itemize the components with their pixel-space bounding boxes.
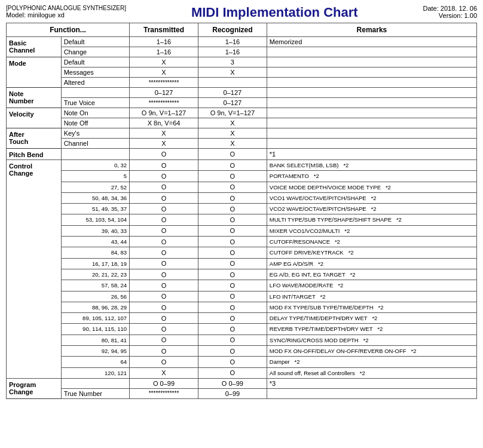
cc-desc-7: CUTOFF/RESONANCE *2: [267, 237, 476, 247]
basic-channel-change-tx: 1–16: [130, 47, 198, 57]
mode-default-tx: X: [130, 57, 198, 67]
cc-desc-4: VCO2 WAVE/OCTAVE/PITCH/SHAPE *2: [267, 204, 476, 214]
cc-desc-17: MOD FX ON-OFF/DELAY ON-OFF/REVERB ON-OFF…: [267, 346, 476, 357]
cc-tx-7: O: [130, 237, 198, 247]
cc-rx-16: O: [198, 335, 267, 345]
cc-desc-15: REVERB TYPE/TIME/DEPTH/DRY WET *2: [267, 324, 476, 335]
velocity-note-off-remarks: [267, 118, 476, 128]
cc-rx-5: O: [198, 214, 267, 225]
velocity-note-on-tx: O 9n, V=1–127: [130, 108, 198, 118]
after-touch-channel-rx: X: [198, 139, 267, 149]
mode-messages-remarks: [267, 67, 476, 78]
table-row: 5 O O PORTAMENTO *2: [7, 171, 477, 182]
table-row: 39, 40, 33 O O MIXER VCO1/VCO2/MULTI *2: [7, 225, 477, 236]
cc-desc-12: LFO INT/TARGET *2: [267, 291, 476, 302]
after-touch-keys: Key's: [61, 128, 129, 139]
cc-tx-18: O: [130, 357, 198, 367]
basic-channel-default-rx: 1–16: [198, 37, 267, 47]
table-row: 20, 21, 22, 23 O O EG A/D, EG INT, EG TA…: [7, 269, 477, 280]
cc-tx-12: O: [130, 291, 198, 302]
cc-num-3: 50, 48, 34, 36: [61, 192, 129, 203]
cc-num-5: 53, 103, 54, 104: [61, 214, 129, 225]
cc-desc-3: VCO1 WAVE/OCTAVE/PITCH/SHAPE *2: [267, 192, 476, 203]
mode-altered-remarks: [267, 78, 476, 88]
cc-num-4: 51, 49, 35, 37: [61, 204, 129, 214]
mode-default-rx: 3: [198, 57, 267, 67]
cc-tx-8: O: [130, 247, 198, 258]
table-row: Change 1–16 1–16: [7, 47, 477, 57]
cc-desc-19: All sound off, Reset all Controllers *2: [267, 367, 476, 378]
velocity-note-off-rx: X: [198, 118, 267, 128]
cc-num-0: 0, 32: [61, 160, 129, 171]
cc-desc-11: LFO WAVE/MODE/RATE *2: [267, 280, 476, 291]
program-change-true-tx: *************: [130, 388, 198, 398]
note-number-tx: 0–127: [130, 88, 198, 98]
version-label: Version: 1.00: [423, 12, 477, 19]
velocity-note-off-tx: X 8n, V=64: [130, 118, 198, 128]
cc-desc-18: Damper *2: [267, 357, 476, 367]
cc-num-2: 27, 52: [61, 182, 129, 192]
cc-desc-10: EG A/D, EG INT, EG TARGET *2: [267, 269, 476, 280]
cc-tx-17: O: [130, 346, 198, 357]
cc-rx-15: O: [198, 324, 267, 335]
page-title: MIDI Implementation Chart: [126, 5, 423, 20]
table-row: NoteNumber 0–127 0–127: [7, 88, 477, 98]
header-left: [POLYPHONIC ANALOGUE SYNTHESIZER] Model:…: [6, 5, 126, 19]
cc-desc-9: AMP EG A/D/S/R *2: [267, 258, 476, 269]
cc-num-18: 64: [61, 357, 129, 367]
after-touch-label: AfterTouch: [7, 128, 62, 149]
velocity-note-on-rx: O 9n, V=1–127: [198, 108, 267, 118]
program-change-label: ProgramChange: [7, 378, 62, 398]
cc-rx-8: O: [198, 247, 267, 258]
after-touch-keys-remarks: [267, 128, 476, 139]
mode-altered: Altered: [61, 78, 129, 88]
mode-altered-tx: *************: [130, 78, 198, 88]
mode-altered-rx: [198, 78, 267, 88]
table-row: 90, 114, 115, 110 O O REVERB TYPE/TIME/D…: [7, 324, 477, 335]
cc-rx-7: O: [198, 237, 267, 247]
cc-desc-0: BANK SELECT(MSB, LSB) *2: [267, 160, 476, 171]
basic-channel-change-rx: 1–16: [198, 47, 267, 57]
table-row: 57, 58, 24 O O LFO WAVE/MODE/RATE *2: [7, 280, 477, 291]
model-label: Model: minilogue xd: [6, 11, 126, 19]
cc-tx-16: O: [130, 335, 198, 345]
basic-channel-change-remarks: [267, 47, 476, 57]
table-row: 92, 94, 95 O O MOD FX ON-OFF/DELAY ON-OF…: [7, 346, 477, 357]
col-header-function: Function...: [7, 23, 130, 37]
mode-label: Mode: [7, 57, 62, 88]
velocity-note-on-remarks: [267, 108, 476, 118]
cc-desc-14: DELAY TYPE/TIME/DEPTH/DRY WET *2: [267, 313, 476, 324]
cc-rx-6: O: [198, 225, 267, 236]
after-touch-keys-rx: X: [198, 128, 267, 139]
table-row: 120, 121 X O All sound off, Reset all Co…: [7, 367, 477, 378]
program-change-true-remarks: [267, 388, 476, 398]
after-touch-keys-tx: X: [130, 128, 198, 139]
mode-messages-rx: X: [198, 67, 267, 78]
note-number-remarks: [267, 88, 476, 98]
table-row: ProgramChange O 0–99 O 0–99 *3: [7, 378, 477, 388]
cc-desc-2: VOICE MODE DEPTH/VOICE MODE TYPE *2: [267, 182, 476, 192]
table-row: True Number ************* 0–99: [7, 388, 477, 398]
cc-rx-19: O: [198, 367, 267, 378]
cc-rx-0: O: [198, 160, 267, 171]
pitch-bend-sub: [61, 149, 129, 160]
cc-rx-14: O: [198, 313, 267, 324]
cc-tx-1: O: [130, 171, 198, 182]
cc-rx-1: O: [198, 171, 267, 182]
cc-num-7: 43, 44: [61, 237, 129, 247]
table-row: AfterTouch Key's X X: [7, 128, 477, 139]
table-row: Messages X X: [7, 67, 477, 78]
mode-messages-tx: X: [130, 67, 198, 78]
program-change-remarks: *3: [267, 378, 476, 388]
page-header: [POLYPHONIC ANALOGUE SYNTHESIZER] Model:…: [6, 5, 477, 20]
control-change-label: ControlChange: [7, 160, 62, 379]
cc-rx-11: O: [198, 280, 267, 291]
cc-tx-3: O: [130, 192, 198, 203]
table-row: 50, 48, 34, 36 O O VCO1 WAVE/OCTAVE/PITC…: [7, 192, 477, 203]
program-change-tx: O 0–99: [130, 378, 198, 388]
cc-tx-19: X: [130, 367, 198, 378]
cc-tx-13: O: [130, 302, 198, 312]
cc-rx-17: O: [198, 346, 267, 357]
program-change-rx: O 0–99: [198, 378, 267, 388]
table-row: Mode Default X 3: [7, 57, 477, 67]
